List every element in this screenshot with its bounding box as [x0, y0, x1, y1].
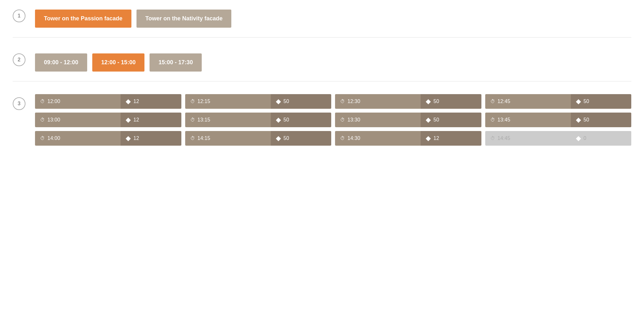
clock-icon: [490, 99, 495, 104]
timeslot-count-label: 50: [284, 99, 289, 104]
timeslot-time-label: 12:45: [498, 99, 510, 104]
facade-options: Tower on the Passion facade Tower on the…: [35, 6, 231, 28]
timeslot-time: 14:00: [35, 131, 121, 146]
timeslot-count-label: 50: [284, 135, 289, 141]
svg-marker-10: [426, 136, 431, 141]
timeslot-row[interactable]: 12:0012: [35, 94, 181, 109]
clock-icon: [490, 117, 495, 123]
svg-marker-11: [576, 136, 581, 141]
ticket-icon: [126, 135, 131, 141]
timeslot-count: 50: [271, 94, 331, 109]
timeslot-time: 12:45: [485, 94, 571, 109]
timeslot-time-label: 13:30: [347, 117, 360, 123]
timeslot-time-label: 14:15: [198, 135, 210, 141]
step-2-circle: 2: [13, 53, 25, 66]
timeslot-count-label: 50: [584, 99, 589, 104]
timeslot-count: 12: [121, 113, 181, 127]
svg-marker-9: [276, 136, 281, 141]
ticket-icon: [426, 117, 431, 122]
clock-icon: [490, 135, 495, 141]
timeslot-row[interactable]: 14:1550: [185, 131, 332, 146]
clock-icon: [190, 99, 195, 104]
timeslot-time: 13:15: [185, 113, 271, 127]
timeslot-count: 50: [421, 94, 481, 109]
timeslot-row[interactable]: 12:3050: [335, 94, 481, 109]
timeslot-count-label: 50: [433, 117, 439, 123]
svg-marker-0: [126, 99, 131, 104]
svg-marker-7: [576, 118, 581, 123]
timeslot-count-label: 50: [584, 117, 589, 123]
section-2: 2 09:00 - 12:00 12:00 - 15:00 15:00 - 17…: [13, 50, 631, 81]
slots-grid: 12:001212:155012:305012:455013:001213:15…: [35, 94, 631, 146]
timeslot-row[interactable]: 12:4550: [485, 94, 632, 109]
timeslot-row[interactable]: 14:3012: [335, 131, 481, 146]
clock-icon: [40, 135, 45, 141]
step-1-circle: 1: [13, 10, 25, 22]
timeslot-time: 13:45: [485, 113, 571, 127]
ticket-icon: [126, 99, 131, 104]
timeslot-row: 14:450: [485, 131, 632, 146]
svg-marker-8: [126, 136, 131, 141]
time-range-0900-button[interactable]: 09:00 - 12:00: [35, 53, 87, 72]
ticket-icon: [576, 99, 581, 104]
clock-icon: [190, 117, 195, 123]
timeslot-time-label: 12:15: [198, 99, 210, 104]
clock-icon: [340, 135, 345, 141]
clock-icon: [40, 117, 45, 123]
timeslot-row[interactable]: 13:4550: [485, 113, 632, 127]
svg-marker-6: [426, 118, 431, 123]
ticket-icon: [276, 135, 281, 141]
passion-facade-button[interactable]: Tower on the Passion facade: [35, 10, 131, 28]
timeslot-count: 12: [121, 94, 181, 109]
timeslot-count-label: 0: [584, 135, 586, 141]
timeslot-options: 12:001212:155012:305012:455013:001213:15…: [35, 94, 631, 146]
svg-marker-2: [426, 99, 431, 104]
timeslot-time-label: 13:45: [498, 117, 510, 123]
timeslot-count: 12: [421, 131, 481, 146]
timeslot-time: 14:30: [335, 131, 421, 146]
clock-icon: [340, 99, 345, 104]
timeslot-count-label: 12: [133, 99, 139, 104]
timeslot-count: 50: [271, 113, 331, 127]
ticket-icon: [276, 117, 281, 122]
time-range-options: 09:00 - 12:00 12:00 - 15:00 15:00 - 17:3…: [35, 50, 202, 72]
timeslot-count: 12: [121, 131, 181, 146]
timeslot-row[interactable]: 14:0012: [35, 131, 181, 146]
ticket-icon: [276, 99, 281, 104]
timeslot-row[interactable]: 13:0012: [35, 113, 181, 127]
nativity-facade-button[interactable]: Tower on the Nativity facade: [136, 10, 232, 28]
timeslot-count-label: 12: [433, 135, 439, 141]
ticket-icon: [126, 117, 131, 122]
timeslot-count-label: 12: [133, 117, 139, 123]
timeslot-time-label: 13:15: [198, 117, 210, 123]
timeslot-row[interactable]: 12:1550: [185, 94, 332, 109]
time-range-1200-button[interactable]: 12:00 - 15:00: [92, 53, 144, 72]
timeslot-time: 13:30: [335, 113, 421, 127]
timeslot-count-label: 12: [133, 135, 139, 141]
timeslot-time: 13:00: [35, 113, 121, 127]
timeslot-time-label: 14:45: [498, 135, 510, 141]
timeslot-row[interactable]: 13:1550: [185, 113, 332, 127]
timeslot-count: 50: [571, 94, 631, 109]
time-range-1500-button[interactable]: 15:00 - 17:30: [150, 53, 202, 72]
timeslot-time-label: 14:00: [47, 135, 60, 141]
timeslot-time-label: 12:00: [47, 99, 60, 104]
timeslot-time: 14:45: [485, 131, 571, 146]
svg-marker-4: [126, 118, 131, 123]
clock-icon: [40, 99, 45, 104]
timeslot-time: 12:00: [35, 94, 121, 109]
timeslot-time-label: 12:30: [347, 99, 360, 104]
ticket-icon: [576, 135, 581, 141]
ticket-icon: [426, 99, 431, 104]
section-1: 1 Tower on the Passion facade Tower on t…: [13, 6, 631, 38]
svg-marker-5: [276, 118, 281, 123]
step-3-circle: 3: [13, 97, 25, 110]
ticket-icon: [576, 117, 581, 122]
timeslot-time: 12:15: [185, 94, 271, 109]
timeslot-time-label: 13:00: [47, 117, 60, 123]
timeslot-row[interactable]: 13:3050: [335, 113, 481, 127]
timeslot-count: 0: [571, 131, 631, 146]
timeslot-count: 50: [271, 131, 331, 146]
clock-icon: [340, 117, 345, 123]
timeslot-time: 12:30: [335, 94, 421, 109]
